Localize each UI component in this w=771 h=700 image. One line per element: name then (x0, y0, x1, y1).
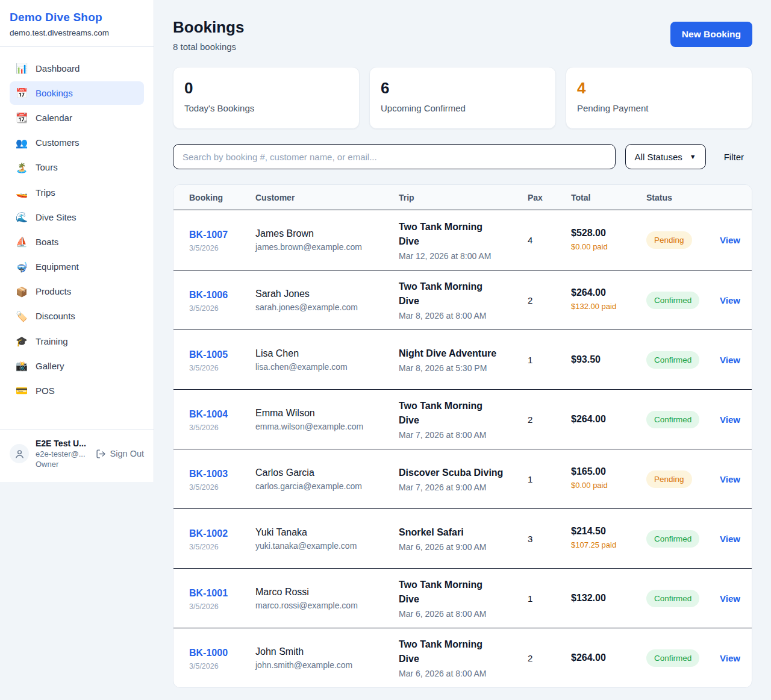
sidebar-item-training[interactable]: 🎓Training (10, 330, 144, 353)
stat-label: Today's Bookings (184, 103, 348, 113)
table-row: BK-1007 3/5/2026 James Brown james.brown… (173, 210, 752, 270)
trip-name: Two Tank Morning Dive (399, 578, 504, 607)
pax-cell: 2 (528, 295, 571, 305)
view-link[interactable]: View (720, 414, 752, 425)
sidebar-item-tours[interactable]: 🏝️Tours (10, 156, 144, 180)
wave-icon: 🌊 (16, 211, 28, 223)
view-link[interactable]: View (720, 474, 752, 484)
customer-cell: Lisa Chen lisa.chen@example.com (255, 348, 399, 372)
trip-date: Mar 8, 2026 at 8:00 AM (399, 311, 528, 320)
sailboat-icon: ⛵ (16, 236, 28, 248)
booking-cell: BK-1000 3/5/2026 (189, 646, 255, 670)
status-badge: Confirmed (646, 351, 699, 369)
total-amount: $528.00 (571, 228, 646, 239)
status-cell: Confirmed (646, 411, 720, 428)
view-link[interactable]: View (720, 295, 752, 305)
booking-id-link[interactable]: BK-1003 (189, 467, 231, 481)
total-amount: $264.00 (571, 652, 646, 663)
island-icon: 🏝️ (16, 162, 28, 173)
avatar (10, 444, 29, 463)
customer-cell: Marco Rossi marco.rossi@example.com (255, 587, 399, 610)
sidebar-item-label: Products (36, 286, 71, 297)
table-body: BK-1007 3/5/2026 James Brown james.brown… (173, 210, 752, 687)
filter-button[interactable]: Filter (716, 152, 752, 162)
customer-email: carlos.garcia@example.com (255, 481, 399, 491)
total-cell: $264.00 $132.00 paid (571, 287, 646, 312)
column-header-booking: Booking (189, 193, 255, 202)
diving-mask-icon: 🤿 (16, 261, 28, 273)
customer-name: Yuki Tanaka (255, 527, 399, 538)
pax-cell: 3 (528, 534, 571, 544)
brand-block: Demo Dive Shop demo.test.divestreams.com (0, 0, 154, 47)
trip-cell: Two Tank Morning Dive Mar 6, 2026 at 8:0… (399, 578, 528, 619)
status-badge: Confirmed (646, 411, 699, 428)
sidebar-nav: 📊Dashboard📅Bookings📆Calendar👥Customers🏝️… (0, 47, 154, 410)
booking-id-link[interactable]: BK-1005 (189, 348, 231, 362)
customer-email: emma.wilson@example.com (255, 422, 399, 431)
trip-cell: Snorkel Safari Mar 6, 2026 at 9:00 AM (399, 525, 528, 552)
booking-id-link[interactable]: BK-1007 (189, 228, 231, 242)
sidebar-item-boats[interactable]: ⛵Boats (10, 230, 144, 254)
trip-cell: Two Tank Morning Dive Mar 12, 2026 at 8:… (399, 220, 528, 261)
sidebar-item-discounts[interactable]: 🏷️Discounts (10, 305, 144, 328)
sidebar-item-trips[interactable]: 🚤Trips (10, 181, 144, 204)
table-row: BK-1000 3/5/2026 John Smith john.smith@e… (173, 628, 752, 687)
booking-date: 3/5/2026 (189, 483, 255, 492)
page-header-text: Bookings 8 total bookings (173, 18, 244, 52)
customer-name: Sarah Jones (255, 289, 399, 299)
customer-email: marco.rossi@example.com (255, 601, 399, 610)
booking-cell: BK-1003 3/5/2026 (189, 467, 255, 492)
trip-date: Mar 6, 2026 at 9:00 AM (399, 542, 528, 552)
booking-id-link[interactable]: BK-1002 (189, 527, 231, 541)
view-link[interactable]: View (720, 235, 752, 245)
booking-date: 3/5/2026 (189, 244, 255, 252)
pax-cell: 4 (528, 235, 571, 245)
booking-id-link[interactable]: BK-1000 (189, 646, 231, 660)
booking-cell: BK-1004 3/5/2026 (189, 407, 255, 432)
booking-id-link[interactable]: BK-1001 (189, 586, 231, 601)
sidebar-item-equipment[interactable]: 🤿Equipment (10, 255, 144, 279)
view-link[interactable]: View (720, 593, 752, 604)
status-badge: Confirmed (646, 590, 699, 607)
trip-date: Mar 6, 2026 at 8:00 AM (399, 669, 528, 678)
pax-cell: 1 (528, 593, 571, 604)
main-content: Bookings 8 total bookings New Booking 0T… (154, 0, 771, 700)
calendar-icon: 📅 (16, 87, 28, 99)
customer-cell: John Smith john.smith@example.com (255, 646, 399, 670)
status-badge: Confirmed (646, 292, 699, 309)
trip-name: Two Tank Morning Dive (399, 280, 504, 308)
sign-out-label: Sign Out (110, 449, 144, 458)
booking-id-link[interactable]: BK-1004 (189, 407, 231, 422)
trip-cell: Two Tank Morning Dive Mar 6, 2026 at 8:0… (399, 637, 528, 678)
sidebar-item-products[interactable]: 📦Products (10, 280, 144, 304)
search-input[interactable] (173, 144, 616, 169)
column-header-total: Total (571, 193, 646, 202)
customer-name: Marco Rossi (255, 587, 399, 598)
status-select[interactable]: All Statuses ▼ (625, 144, 706, 169)
sign-out-button[interactable]: Sign Out (96, 449, 144, 459)
view-link[interactable]: View (720, 534, 752, 544)
view-link[interactable]: View (720, 355, 752, 365)
sidebar-item-calendar[interactable]: 📆Calendar (10, 106, 144, 130)
sidebar-item-bookings[interactable]: 📅Bookings (10, 81, 144, 105)
sidebar-item-label: Dive Sites (36, 212, 76, 223)
view-link[interactable]: View (720, 653, 752, 663)
table-row: BK-1002 3/5/2026 Yuki Tanaka yuki.tanaka… (173, 508, 752, 568)
sidebar-item-dive-sites[interactable]: 🌊Dive Sites (10, 205, 144, 229)
column-header-pax: Pax (528, 193, 571, 202)
trip-date: Mar 12, 2026 at 8:00 AM (399, 251, 528, 261)
sidebar-item-gallery[interactable]: 📸Gallery (10, 354, 144, 378)
booking-cell: BK-1002 3/5/2026 (189, 527, 255, 551)
customer-cell: Sarah Jones sarah.jones@example.com (255, 289, 399, 312)
trip-cell: Discover Scuba Diving Mar 7, 2026 at 9:0… (399, 466, 528, 492)
stat-card-upcoming-confirmed: 6Upcoming Confirmed (369, 67, 556, 129)
sidebar-item-dashboard[interactable]: 📊Dashboard (10, 57, 144, 80)
bookings-table: BookingCustomerTripPaxTotalStatus BK-100… (173, 184, 752, 688)
booking-id-link[interactable]: BK-1006 (189, 288, 231, 302)
new-booking-button[interactable]: New Booking (670, 22, 752, 47)
status-cell: Pending (646, 470, 720, 488)
customer-name: Carlos Garcia (255, 467, 399, 478)
table-row: BK-1004 3/5/2026 Emma Wilson emma.wilson… (173, 389, 752, 449)
sidebar-item-customers[interactable]: 👥Customers (10, 131, 144, 155)
sidebar-item-pos[interactable]: 💳POS (10, 379, 144, 402)
